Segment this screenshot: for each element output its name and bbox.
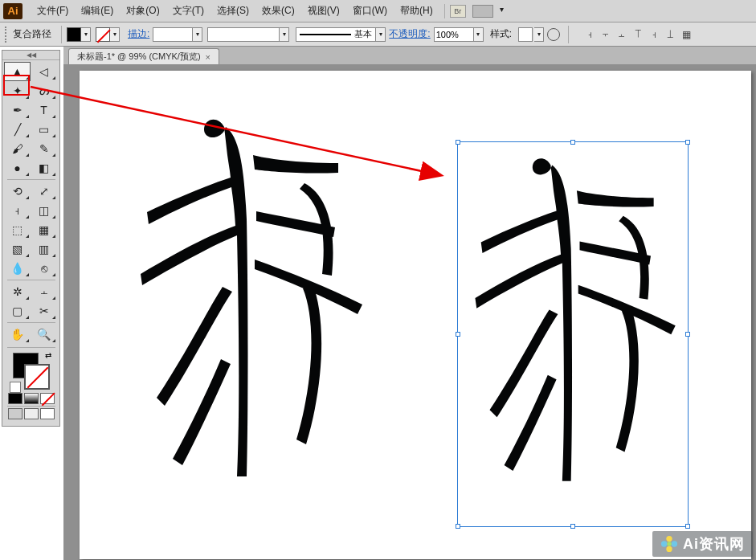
dash-style-dropdown[interactable]: ▾ <box>280 27 289 42</box>
mesh-tool[interactable]: ▧ <box>4 239 31 259</box>
bridge-button[interactable]: Br <box>450 5 466 18</box>
menu-view[interactable]: 视图(V) <box>301 4 346 18</box>
swap-fill-stroke-icon[interactable]: ⇄ <box>45 351 51 360</box>
menu-edit[interactable]: 编辑(E) <box>75 4 120 18</box>
menu-file[interactable]: 文件(F) <box>31 4 75 18</box>
document-tab[interactable]: 未标题-1* @ 99% (CMYK/预览) × <box>68 48 219 64</box>
direct-selection-tool[interactable]: ◁ <box>31 62 57 81</box>
symbol-sprayer-tool[interactable]: ✲ <box>4 282 31 301</box>
flower-icon <box>660 535 678 553</box>
eyedropper-tool[interactable]: 💧 <box>4 259 31 278</box>
column-graph-tool[interactable]: ⫠ <box>31 282 57 301</box>
recolor-artwork-icon[interactable] <box>547 28 560 41</box>
control-bar-grip[interactable] <box>5 27 8 43</box>
opacity-field[interactable] <box>434 27 474 42</box>
align-vcenter-icon[interactable]: ⫞ <box>648 28 660 41</box>
fill-swatch[interactable] <box>67 27 81 42</box>
type-tool[interactable]: T <box>31 100 57 120</box>
zoom-tool[interactable]: 🔍 <box>31 325 57 344</box>
paintbrush-tool[interactable]: 🖌 <box>4 139 31 158</box>
menu-object[interactable]: 对象(O) <box>120 4 166 18</box>
lasso-tool[interactable]: ᔕ <box>31 81 57 100</box>
selection-handle-s[interactable] <box>570 524 575 529</box>
blob-brush-tool[interactable]: ● <box>4 158 31 178</box>
align-right-icon[interactable]: ⫠ <box>615 28 628 41</box>
menu-help[interactable]: 帮助(H) <box>394 4 439 18</box>
blend-tool[interactable]: ⎋ <box>31 259 57 278</box>
menu-select[interactable]: 选择(S) <box>210 4 255 18</box>
align-hcenter-icon[interactable]: ⫟ <box>599 28 612 41</box>
none-mode-icon[interactable] <box>40 393 55 404</box>
brush-definition[interactable]: 基本 <box>296 27 376 42</box>
watermark: Ai资讯网 <box>652 531 753 557</box>
stroke-weight-field[interactable] <box>153 27 193 42</box>
arrange-documents-button[interactable] <box>472 5 493 18</box>
menu-effect[interactable]: 效果(C) <box>255 4 301 18</box>
screen-mode-normal-icon[interactable] <box>8 408 22 419</box>
selection-bounding-box[interactable] <box>457 141 689 527</box>
free-transform-tool[interactable]: ◫ <box>31 201 57 220</box>
width-tool[interactable]: ⫞ <box>4 201 31 220</box>
dash-style-field[interactable] <box>207 27 280 42</box>
screen-mode-presentation-icon[interactable] <box>40 408 55 419</box>
watermark-text: Ai资讯网 <box>683 534 745 554</box>
svg-point-2 <box>672 541 677 546</box>
svg-point-4 <box>661 541 667 546</box>
rotate-tool[interactable]: ⟲ <box>4 182 31 201</box>
align-left-icon[interactable]: ⫞ <box>583 28 596 41</box>
menu-bar: Ai 文件(F) 编辑(E) 对象(O) 文字(T) 选择(S) 效果(C) 视… <box>0 0 756 22</box>
canvas-area[interactable] <box>63 64 756 560</box>
eraser-tool[interactable]: ◧ <box>31 158 57 178</box>
opacity-dropdown[interactable]: ▾ <box>474 27 484 42</box>
perspective-grid-tool[interactable]: ▦ <box>31 220 57 239</box>
fill-stroke-indicator[interactable]: ⇄ <box>13 353 50 390</box>
artboard[interactable] <box>80 71 751 559</box>
brush-dropdown[interactable]: ▾ <box>376 27 386 42</box>
transform-panel-icon[interactable]: ▦ <box>680 28 693 41</box>
magic-wand-tool[interactable]: ✦ <box>4 81 31 100</box>
document-tab-close-icon[interactable]: × <box>206 52 210 62</box>
selection-handle-e[interactable] <box>685 332 690 337</box>
document-tab-title: 未标题-1* @ 99% (CMYK/预览) <box>77 51 201 63</box>
stroke-dropdown[interactable]: ▾ <box>110 27 120 42</box>
opacity-label-link[interactable]: 不透明度: <box>389 27 430 41</box>
fill-dropdown[interactable]: ▾ <box>81 27 91 42</box>
shape-builder-tool[interactable]: ⬚ <box>4 220 31 239</box>
artboard-tool[interactable]: ▢ <box>4 301 31 321</box>
hand-tool[interactable]: ✋ <box>4 325 31 344</box>
screen-mode-full-icon[interactable] <box>24 408 39 419</box>
menu-type[interactable]: 文字(T) <box>166 4 210 18</box>
stroke-swatch[interactable] <box>96 27 110 42</box>
selection-handle-se[interactable] <box>685 524 690 529</box>
artwork-plant-left[interactable] <box>128 107 377 525</box>
line-segment-tool[interactable]: ╱ <box>4 120 31 139</box>
gradient-mode-icon[interactable] <box>24 393 39 404</box>
gradient-tool[interactable]: ▥ <box>31 239 57 259</box>
graphic-style-swatch[interactable] <box>518 27 533 42</box>
stroke-label-link[interactable]: 描边: <box>128 27 149 41</box>
color-mode-icon[interactable] <box>8 393 22 404</box>
slice-tool[interactable]: ✂ <box>31 301 57 321</box>
pencil-tool[interactable]: ✎ <box>31 139 57 158</box>
tools-panel: ◀◀ ▲◁✦ᔕ✒T╱▭🖌✎●◧⟲⤢⫞◫⬚▦▧▥💧⎋✲⫠▢✂✋🔍 ⇄ <box>2 50 60 427</box>
document-tab-bar: 未标题-1* @ 99% (CMYK/预览) × <box>63 47 756 64</box>
selection-handle-nw[interactable] <box>456 140 460 145</box>
selection-handle-sw[interactable] <box>456 524 460 529</box>
selection-handle-w[interactable] <box>456 332 460 337</box>
selection-handle-ne[interactable] <box>685 140 690 145</box>
graphic-style-dropdown[interactable]: ▾ <box>534 27 544 42</box>
align-bottom-icon[interactable]: ⟘ <box>664 28 676 41</box>
stroke-weight-dropdown[interactable]: ▾ <box>193 27 202 42</box>
default-fill-stroke-icon[interactable] <box>10 382 21 393</box>
tools-collapse-icon[interactable]: ◀◀ <box>2 51 59 60</box>
selection-tool[interactable]: ▲ <box>4 62 31 81</box>
selection-handle-n[interactable] <box>570 140 575 145</box>
selection-type-label: 复合路径 <box>13 27 51 41</box>
app-logo: Ai <box>3 3 22 19</box>
scale-tool[interactable]: ⤢ <box>31 182 57 201</box>
stroke-indicator[interactable] <box>24 364 50 390</box>
rectangle-tool[interactable]: ▭ <box>31 120 57 139</box>
align-top-icon[interactable]: ⟙ <box>631 28 644 41</box>
menu-window[interactable]: 窗口(W) <box>346 4 394 18</box>
pen-tool[interactable]: ✒ <box>4 100 31 120</box>
